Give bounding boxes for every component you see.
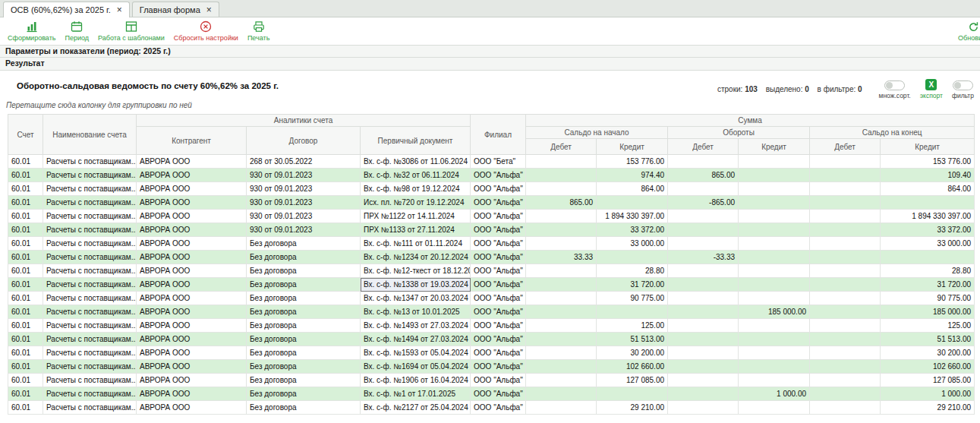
table-cell[interactable] [810,251,881,264]
table-cell[interactable] [739,251,810,264]
table-cell[interactable]: Вх. с-ф. №1593 от 05.04.2024 [361,346,471,360]
table-row[interactable]: 60.01Расчеты с поставщикам...АВРОРА ОООБ… [8,374,975,387]
col-group-oboroty[interactable]: Обороты [668,127,810,139]
table-cell[interactable]: АВРОРА ООО [137,387,247,401]
table-row[interactable]: 60.01Расчеты с поставщикам...АВРОРА ОООБ… [8,401,975,415]
table-cell[interactable] [810,292,881,305]
table-row[interactable]: 60.01Расчеты с поставщикам...АВРОРА ООО9… [8,223,975,237]
table-cell[interactable]: ООО "Альфа" [471,387,526,401]
table-cell[interactable]: 60.01 [8,292,43,305]
table-cell[interactable] [668,292,739,305]
table-cell[interactable] [526,387,597,401]
table-cell[interactable]: 864.00 [597,182,668,196]
table-cell[interactable]: Без договора [247,319,361,333]
table-cell[interactable]: 28.80 [597,264,668,278]
table-cell[interactable]: 102 660.00 [597,360,668,374]
col-header-kredit-end[interactable]: Кредит [881,139,975,155]
table-cell[interactable]: Расчеты с поставщикам... [43,292,137,305]
col-group-analytics[interactable]: Аналитики счета [137,115,471,127]
table-cell[interactable] [739,196,810,210]
table-cell[interactable]: Расчеты с поставщикам... [43,278,137,292]
excel-export-icon[interactable]: X [925,79,937,90]
table-cell[interactable]: 60.01 [8,401,43,415]
table-cell[interactable]: Расчеты с поставщикам... [43,210,137,223]
section-result-header[interactable]: Результат [0,58,980,71]
col-header-debet-start[interactable]: Дебет [526,139,597,155]
table-cell[interactable]: АВРОРА ООО [137,401,247,415]
table-cell[interactable]: Расчеты с поставщикам... [43,155,137,169]
table-cell[interactable]: Расчеты с поставщикам... [43,360,137,374]
col-header-kontragent[interactable]: Контрагент [137,127,247,155]
table-cell[interactable]: Без договора [247,264,361,278]
table-row[interactable]: 60.01Расчеты с поставщикам...АВРОРА ООО9… [8,169,975,182]
table-cell[interactable] [668,346,739,360]
table-cell[interactable]: 865.00 [668,169,739,182]
table-row[interactable]: 60.01Расчеты с поставщикам...АВРОРА ОООБ… [8,360,975,374]
table-cell[interactable]: АВРОРА ООО [137,196,247,210]
table-cell[interactable]: 60.01 [8,374,43,387]
table-cell[interactable]: ООО "Альфа" [471,210,526,223]
period-button[interactable]: Период [65,20,89,45]
table-cell[interactable]: АВРОРА ООО [137,333,247,346]
table-cell[interactable]: 51 513.00 [597,333,668,346]
table-cell[interactable]: АВРОРА ООО [137,292,247,305]
table-cell[interactable] [668,387,739,401]
table-cell[interactable]: 29 210.00 [881,401,975,415]
table-cell[interactable] [810,374,881,387]
table-cell[interactable]: Расчеты с поставщикам... [43,196,137,210]
table-cell[interactable] [668,223,739,237]
table-cell[interactable]: Без договора [247,387,361,401]
table-cell[interactable] [526,210,597,223]
table-cell[interactable] [739,319,810,333]
table-row[interactable]: 60.01Расчеты с поставщикам...АВРОРА ОООБ… [8,264,975,278]
table-cell[interactable]: ООО "Альфа" [471,264,526,278]
table-cell[interactable] [810,319,881,333]
table-cell[interactable]: Вх. с-ф. №1493 от 27.03.2024 [361,319,471,333]
filter-toggle[interactable]: фильтр [952,78,974,99]
table-cell[interactable]: ООО "Бета" [471,155,526,169]
table-cell[interactable] [739,237,810,251]
table-cell[interactable] [739,155,810,169]
table-cell[interactable]: 1 894 330 397.00 [881,210,975,223]
table-row[interactable]: 60.01Расчеты с поставщикам...АВРОРА ОООБ… [8,251,975,264]
section-parameters-header[interactable]: Параметры и показатели (период: 2025 г.) [0,45,980,58]
table-cell[interactable]: Без договора [247,374,361,387]
table-cell[interactable]: 974.40 [597,169,668,182]
col-group-saldo-start[interactable]: Сальдо на начало [526,127,668,139]
filter-toggle-icon[interactable] [953,80,973,90]
table-cell[interactable] [739,292,810,305]
refresh-button[interactable]: Обновить [958,20,980,42]
table-cell[interactable]: Без договора [247,333,361,346]
table-cell[interactable]: 60.01 [8,210,43,223]
table-cell[interactable]: 153 776.00 [597,155,668,169]
table-cell[interactable]: ООО "Альфа" [471,292,526,305]
table-cell[interactable]: -865.00 [668,196,739,210]
table-cell[interactable] [526,401,597,415]
table-cell[interactable] [810,264,881,278]
table-cell[interactable]: ООО "Альфа" [471,223,526,237]
table-cell[interactable] [810,278,881,292]
reset-settings-button[interactable]: Сбросить настройки [174,20,238,45]
print-button[interactable]: Печать [247,20,269,45]
table-cell[interactable]: АВРОРА ООО [137,264,247,278]
table-cell[interactable]: 125.00 [597,319,668,333]
group-drop-zone[interactable]: Перетащите сюда колонку для группировки … [6,101,980,109]
table-row[interactable]: 60.01Расчеты с поставщикам...АВРОРА ОООБ… [8,305,975,319]
table-cell[interactable]: ПРХ №1133 от 27.11.2024 [361,223,471,237]
table-cell[interactable] [526,319,597,333]
table-cell[interactable]: ООО "Альфа" [471,278,526,292]
table-cell[interactable] [739,401,810,415]
table-row[interactable]: 60.01Расчеты с поставщикам...АВРОРА ОООБ… [8,292,975,305]
table-cell[interactable]: Вх. с-ф. №32 от 06.11.2024 [361,169,471,182]
col-group-saldo-end[interactable]: Сальдо на конец [810,127,975,139]
table-cell[interactable]: ООО "Альфа" [471,333,526,346]
table-cell[interactable] [810,237,881,251]
table-cell[interactable] [810,360,881,374]
table-cell[interactable]: Расчеты с поставщикам... [43,346,137,360]
multisort-toggle-icon[interactable] [884,80,905,90]
table-cell[interactable]: 60.01 [8,387,43,401]
table-cell[interactable]: 127 085.00 [597,374,668,387]
table-cell[interactable]: 31 720.00 [881,278,975,292]
table-row[interactable]: 60.01Расчеты с поставщикам...АВРОРА ОООБ… [8,319,975,333]
table-cell[interactable]: Вх. с-ф. №12-ткест от 18.12.2024 [361,264,471,278]
